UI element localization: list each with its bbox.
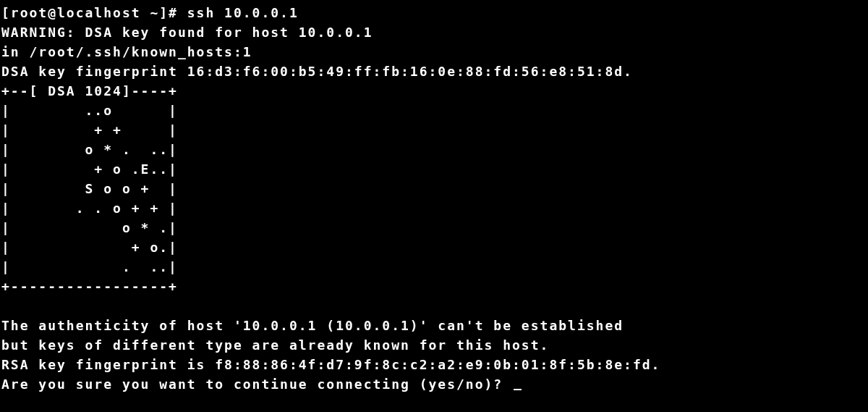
auth-line2: but keys of different type are already k… [1,337,549,353]
prompt-line: [root@localhost ~]# ssh 10.0.0.1 [1,5,299,20]
randomart-row: | . ..| [1,259,178,274]
randomart-bottom: +-----------------+ [1,279,178,294]
randomart-row: | . . o + + | [1,201,178,216]
known-hosts-line: in /root/.ssh/known_hosts:1 [1,44,252,59]
randomart-row: | + o.| [1,240,178,255]
randomart-row: | + o .E..| [1,161,178,177]
cursor-icon [514,389,522,390]
auth-line1: The authenticity of host '10.0.0.1 (10.0… [1,318,624,333]
randomart-row: | o * . ..| [1,142,178,157]
rsa-fingerprint-line: RSA key fingerprint is f8:88:86:4f:d7:9f… [1,357,660,372]
randomart-row: | ..o | [1,103,178,118]
randomart-row: | o * .| [1,220,178,235]
continue-prompt[interactable]: Are you sure you want to continue connec… [1,377,512,392]
dsa-fingerprint-line: DSA key fingerprint 16:d3:f6:00:b5:49:ff… [1,64,633,79]
terminal-output: [root@localhost ~]# ssh 10.0.0.1 WARNING… [0,0,868,394]
randomart-row: | + + | [1,122,178,138]
randomart-row: | S o o + | [1,181,178,196]
warning-line: WARNING: DSA key found for host 10.0.0.1 [1,25,373,40]
randomart-top: +--[ DSA 1024]----+ [1,83,178,98]
